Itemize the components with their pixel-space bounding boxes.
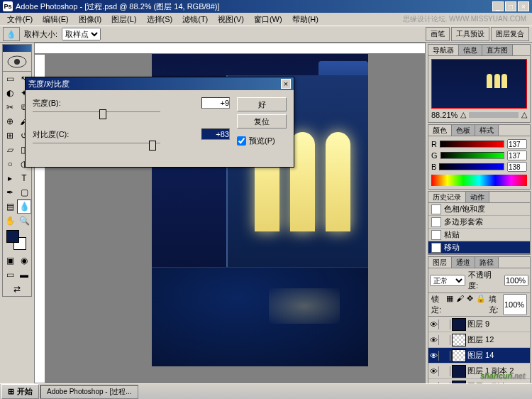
screen-mode-2-icon[interactable]: ▬ <box>17 268 31 282</box>
link-icon[interactable] <box>440 319 450 329</box>
screen-mode-1-icon[interactable]: ▭ <box>3 268 17 282</box>
history-item[interactable]: 移动 <box>428 241 530 254</box>
visibility-icon[interactable]: 👁 <box>429 366 439 376</box>
contrast-slider[interactable] <box>33 143 160 154</box>
path-tool[interactable]: ▸ <box>3 171 17 185</box>
dock-tab-presets[interactable]: 工具预设 <box>451 27 489 41</box>
zoom-out-icon[interactable]: △ <box>460 110 466 119</box>
dialog-close-button[interactable]: × <box>281 79 291 89</box>
visibility-icon[interactable]: 👁 <box>429 351 439 361</box>
marquee-tool[interactable]: ▭ <box>3 72 17 86</box>
stamp-tool[interactable]: ⊞ <box>3 129 17 143</box>
menu-edit[interactable]: 编辑(E) <box>38 13 73 26</box>
start-button[interactable]: ⊞ 开始 <box>1 384 39 399</box>
dialog-titlebar[interactable]: 亮度/对比度 × <box>26 77 294 90</box>
pen-tool[interactable]: ✒ <box>3 185 17 200</box>
lock-trans-icon[interactable]: ▦ <box>446 294 453 315</box>
history-item[interactable]: 多边形套索 <box>428 216 530 229</box>
close-button[interactable]: × <box>518 1 529 11</box>
g-slider[interactable] <box>440 152 504 159</box>
preview-checkbox[interactable] <box>237 136 246 146</box>
menu-file[interactable]: 文件(F) <box>3 13 37 26</box>
lock-label: 锁定: <box>431 294 443 315</box>
ok-button[interactable]: 好 <box>237 97 287 111</box>
visibility-icon[interactable]: 👁 <box>429 335 439 345</box>
zoom-in-icon[interactable]: △ <box>521 110 527 119</box>
crop-tool[interactable]: ✂ <box>3 100 17 114</box>
zoom-slider[interactable] <box>469 112 519 118</box>
zoom-tool[interactable]: 🔍 <box>17 214 31 228</box>
b-slider[interactable] <box>439 163 504 170</box>
heal-tool[interactable]: ⊕ <box>3 114 17 129</box>
tab-history[interactable]: 历史记录 <box>428 192 466 202</box>
opacity-input[interactable] <box>504 275 528 286</box>
link-icon[interactable] <box>440 366 450 376</box>
tab-layers[interactable]: 图层 <box>428 257 452 268</box>
blend-mode-select[interactable]: 正常 <box>430 275 465 286</box>
options-bar: 💧 取样大小: 取样点 画笔 工具预设 图层复合 <box>0 26 532 43</box>
sample-size-select[interactable]: 取样点 <box>62 28 101 40</box>
lock-paint-icon[interactable]: 🖌 <box>456 294 464 315</box>
lock-move-icon[interactable]: ✥ <box>467 294 473 315</box>
type-tool[interactable]: T <box>17 171 31 185</box>
hand-tool[interactable]: ✋ <box>3 214 17 228</box>
standard-mode-icon[interactable]: ▣ <box>3 253 17 268</box>
visibility-icon[interactable]: 👁 <box>429 319 439 329</box>
tab-navigator[interactable]: 导航器 <box>428 45 459 55</box>
layer-item[interactable]: 👁图层 9 <box>428 317 530 332</box>
shape-tool[interactable]: ▢ <box>17 185 31 200</box>
lasso-tool[interactable]: ◐ <box>3 86 17 100</box>
quickmask-mode-icon[interactable]: ◉ <box>17 253 31 268</box>
menu-select[interactable]: 选择(S) <box>143 13 177 26</box>
minimize-button[interactable]: _ <box>492 1 504 11</box>
eyedropper-tool[interactable]: 💧 <box>17 200 31 214</box>
tab-paths[interactable]: 路径 <box>475 257 499 268</box>
menu-help[interactable]: 帮助(H) <box>288 13 323 26</box>
menu-filter[interactable]: 滤镜(T) <box>178 13 212 26</box>
notes-tool[interactable]: ▤ <box>3 200 17 214</box>
tab-info[interactable]: 信息 <box>459 45 482 55</box>
reset-button[interactable]: 复位 <box>237 114 287 129</box>
layer-item[interactable]: 👁图层 14 <box>428 348 530 364</box>
brightness-input[interactable] <box>201 97 230 109</box>
color-spectrum[interactable] <box>431 175 527 186</box>
history-item[interactable]: 粘贴 <box>428 229 530 241</box>
r-slider[interactable] <box>440 141 504 148</box>
dialog-title: 亮度/对比度 <box>28 79 70 89</box>
tab-channels[interactable]: 通道 <box>452 257 475 268</box>
tab-styles[interactable]: 样式 <box>475 125 499 136</box>
navigator-thumbnail[interactable] <box>431 59 527 109</box>
dock-tab-comps[interactable]: 图层复合 <box>491 27 529 41</box>
fill-input[interactable] <box>503 294 527 315</box>
menu-layer[interactable]: 图层(L) <box>107 13 140 26</box>
foreground-color[interactable] <box>6 230 19 243</box>
eyedropper-icon[interactable]: 💧 <box>3 27 20 41</box>
g-input[interactable] <box>507 151 527 160</box>
blur-tool[interactable]: ○ <box>3 157 17 171</box>
toolbox-header[interactable] <box>3 45 31 52</box>
tab-actions[interactable]: 动作 <box>466 192 489 202</box>
link-icon[interactable] <box>440 335 450 345</box>
r-input[interactable] <box>507 139 527 149</box>
ruler-horizontal[interactable] <box>34 43 426 54</box>
tab-swatches[interactable]: 色板 <box>452 125 475 136</box>
b-input[interactable] <box>507 162 527 172</box>
menu-view[interactable]: 视图(V) <box>214 13 248 26</box>
brightness-slider[interactable] <box>33 111 160 123</box>
history-item[interactable]: 色相/饱和度 <box>428 203 530 216</box>
layer-item[interactable]: 👁图层 12 <box>428 332 530 348</box>
dock-tab-brushes[interactable]: 画笔 <box>426 27 450 41</box>
lock-all-icon[interactable]: 🔒 <box>476 294 486 315</box>
menu-image[interactable]: 图像(I) <box>74 13 106 26</box>
link-icon[interactable] <box>440 351 450 361</box>
jump-to-icon[interactable]: ⇄ <box>3 282 31 296</box>
eraser-tool[interactable]: ▱ <box>3 143 17 157</box>
preview-label: 预览(P) <box>249 136 275 146</box>
taskbar-item[interactable]: Adobe Photoshop - [过程... <box>40 385 138 399</box>
b-label: B <box>431 163 436 171</box>
maximize-button[interactable]: □ <box>505 1 516 11</box>
menu-window[interactable]: 窗口(W) <box>250 13 287 26</box>
tab-color[interactable]: 颜色 <box>428 125 452 136</box>
contrast-input[interactable] <box>201 129 230 140</box>
tab-histogram[interactable]: 直方图 <box>482 45 513 55</box>
